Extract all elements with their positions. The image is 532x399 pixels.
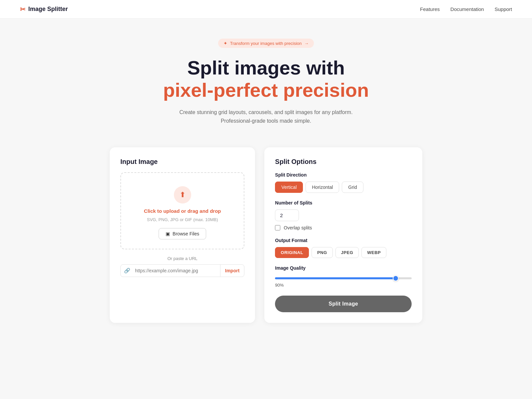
hero-subtitle-line1: Create stunning grid layouts, carousels,… [179,109,352,115]
format-btn-group: ORIGINAL PNG JPEG WEBP [275,247,412,258]
upload-click-text[interactable]: Click to upload [144,208,180,214]
logo: ✂ Image Splitter [20,5,68,13]
input-image-card: Input Image ⬆ Click to upload or drag an… [110,147,255,323]
split-image-button[interactable]: Split Image [275,296,412,312]
scissors-icon: ✂ [20,5,26,13]
url-section: Or paste a URL 🔗 Import [120,256,244,277]
splits-input[interactable] [275,209,299,221]
hero-title-line1: Split images with [187,57,345,78]
direction-vertical[interactable]: Vertical [275,182,303,193]
import-button[interactable]: Import [220,265,244,277]
splits-label: Number of Splits [275,200,412,205]
hero-subtitle-line2: Professional-grade tools made simple. [221,118,311,124]
format-original[interactable]: ORIGINAL [275,247,309,258]
upload-dropzone[interactable]: ⬆ Click to upload or drag and drop SVG, … [120,172,244,249]
arrow-icon: → [304,41,309,46]
hero-section: ✦ Transform your images with precision →… [0,19,532,135]
quality-value: 90% [275,283,412,288]
quality-section: Image Quality 90% [275,265,412,288]
direction-horizontal[interactable]: Horizontal [306,182,339,193]
url-input[interactable] [134,265,220,277]
direction-section: Split Direction Vertical Horizontal Grid [275,172,412,193]
split-options-title: Split Options [275,158,412,166]
upload-formats: SVG, PNG, JPG or GIF (max. 10MB) [147,217,218,222]
main-content: Input Image ⬆ Click to upload or drag an… [103,147,429,323]
logo-text: Image Splitter [28,6,68,13]
quality-label: Image Quality [275,265,412,271]
url-label: Or paste a URL [120,256,244,261]
nav-features[interactable]: Features [420,6,440,12]
overlap-checkbox[interactable] [275,225,280,230]
hero-badge-text: Transform your images with precision [230,41,302,46]
url-input-wrap: 🔗 Import [120,264,244,277]
format-label: Output Format [275,238,412,243]
link-icon: 🔗 [121,268,134,274]
overlap-label: Overlap splits [284,225,312,230]
sparkle-icon: ✦ [223,41,227,46]
direction-grid[interactable]: Grid [342,182,363,193]
upload-drag-text: or drag and drop [180,208,221,214]
upload-icon: ⬆ [180,191,186,199]
nav-links: Features Documentation Support [420,6,512,12]
format-section: Output Format ORIGINAL PNG JPEG WEBP [275,238,412,258]
browse-files-button[interactable]: ▣ Browse Files [159,228,206,239]
direction-label: Split Direction [275,172,412,178]
nav-support[interactable]: Support [494,6,512,12]
browse-label: Browse Files [173,231,199,236]
direction-btn-group: Vertical Horizontal Grid [275,182,412,193]
splits-section: Number of Splits Overlap splits [275,200,412,230]
hero-subtitle: Create stunning grid layouts, carousels,… [7,108,525,125]
format-png[interactable]: PNG [312,247,333,258]
browse-icon: ▣ [166,231,170,236]
format-jpeg[interactable]: JPEG [335,247,359,258]
nav-documentation[interactable]: Documentation [451,6,484,12]
navbar: ✂ Image Splitter Features Documentation … [0,0,532,19]
upload-icon-wrap: ⬆ [174,186,191,203]
hero-title-accent: pixel-perfect precision [7,78,525,102]
upload-text: Click to upload or drag and drop [144,208,221,214]
overlap-wrap: Overlap splits [275,225,412,230]
format-webp[interactable]: WEBP [361,247,386,258]
input-card-title: Input Image [120,158,244,166]
split-options-card: Split Options Split Direction Vertical H… [264,147,422,323]
hero-title: Split images with pixel-perfect precisio… [7,57,525,101]
quality-slider[interactable] [275,277,412,279]
hero-badge: ✦ Transform your images with precision → [218,39,314,48]
